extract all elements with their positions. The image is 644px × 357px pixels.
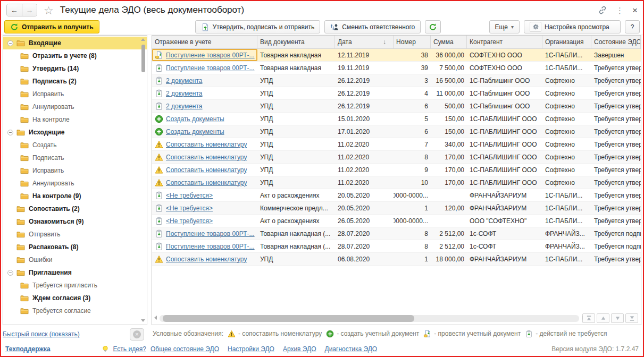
- document-link[interactable]: <Не требуется>: [166, 217, 213, 225]
- horizontal-scrollbar[interactable]: [160, 315, 579, 322]
- table-row[interactable]: Создать документыУПД15.01.20205150,001С-…: [152, 113, 641, 125]
- sidebar-item[interactable]: Ознакомиться (9): [3, 215, 147, 228]
- send-receive-button[interactable]: Отправить и получить: [4, 20, 99, 33]
- go-down-button[interactable]: [611, 313, 624, 323]
- more-menu-icon[interactable]: ⋮: [616, 6, 624, 14]
- column-header[interactable]: Сумма: [431, 36, 467, 48]
- sidebar-item[interactable]: Создать: [3, 139, 147, 151]
- quick-search-clear-button[interactable]: ×: [130, 328, 144, 341]
- footer-link[interactable]: Общее состояние ЭДО: [150, 345, 219, 353]
- sidebar-item[interactable]: Приглашения: [3, 266, 147, 279]
- column-header[interactable]: Состояние ЭДО: [591, 36, 641, 48]
- document-link[interactable]: Сопоставить номенклатуру: [166, 141, 247, 148]
- scroll-down-icon[interactable]: [141, 319, 145, 322]
- tree-scrollbar[interactable]: [141, 37, 146, 323]
- document-link[interactable]: <Не требуется>: [166, 192, 213, 199]
- document-link[interactable]: Поступление товаров 00РТ-...: [166, 243, 255, 250]
- refresh-button[interactable]: [425, 20, 441, 33]
- column-header-label: Номер: [396, 38, 416, 46]
- sidebar-item-label: Требуется пригласить: [32, 282, 97, 289]
- sidebar-item[interactable]: Сопоставить (2): [3, 202, 147, 215]
- table-row[interactable]: 2 документаУПД26.12.2019316 500,001С-Паб…: [152, 74, 641, 87]
- sidebar-item[interactable]: Требуется согласие: [3, 304, 147, 317]
- sidebar-item[interactable]: Ждем согласия (3): [3, 292, 147, 304]
- sidebar-item[interactable]: Исходящие: [3, 126, 147, 139]
- horizontal-scrollbar-thumb[interactable]: [163, 315, 414, 322]
- sidebar-item[interactable]: Отразить в учете (8): [3, 49, 147, 62]
- table-row[interactable]: <Не требуется>Коммерческое предл...20.05…: [152, 202, 641, 215]
- sidebar-item[interactable]: Входящие: [3, 37, 147, 49]
- document-link[interactable]: Поступление товаров 00РТ-...: [166, 52, 255, 59]
- column-header[interactable]: Контрагент: [467, 36, 542, 48]
- table-row[interactable]: Сопоставить номенклатуруУПД11.02.2020101…: [152, 176, 641, 189]
- more-button[interactable]: Еще ▾: [489, 20, 520, 33]
- tree-scrollbar-thumb[interactable]: [141, 45, 145, 72]
- document-link[interactable]: <Не требуется>: [166, 205, 213, 212]
- sidebar-item[interactable]: Подписать: [3, 151, 147, 164]
- document-link[interactable]: Создать документы: [166, 115, 224, 123]
- sidebar-item[interactable]: Утвердить (14): [3, 62, 147, 75]
- table-row[interactable]: 2 документаУПД26.12.20196500,001С-Паблиш…: [152, 100, 641, 113]
- table-row[interactable]: <Не требуется>Акт о расхождениях26.05.20…: [152, 215, 641, 227]
- document-link[interactable]: 2 документа: [166, 90, 203, 97]
- copy-link-icon[interactable]: [598, 5, 607, 15]
- document-link[interactable]: 2 документа: [166, 77, 203, 84]
- table-row[interactable]: Сопоставить номенклатуруУПД11.02.2020917…: [152, 164, 641, 176]
- sidebar-item[interactable]: Аннулировать: [3, 100, 147, 113]
- table-row[interactable]: Сопоставить номенклатуруУПД06.08.2020118…: [152, 253, 641, 266]
- document-link[interactable]: 2 документа: [166, 103, 203, 110]
- table-row[interactable]: 2 документаУПД26.12.2019411 000,001С-Паб…: [152, 87, 641, 100]
- table-row[interactable]: Создать документыУПД17.01.20206150,001С-…: [152, 125, 641, 138]
- sidebar-item[interactable]: На контроле (9): [3, 190, 147, 202]
- sidebar-item[interactable]: Подписать (2): [3, 75, 147, 88]
- table-row[interactable]: <Не требуется>Акт о расхождениях20.05.20…: [152, 189, 641, 202]
- table-row[interactable]: Сопоставить номенклатуруУПД11.02.2020817…: [152, 151, 641, 164]
- sidebar-item[interactable]: Аннулировать: [3, 177, 147, 190]
- document-link[interactable]: Создать документы: [166, 128, 224, 135]
- column-header[interactable]: Отражение в учете: [152, 36, 257, 48]
- column-header[interactable]: Организация: [542, 36, 591, 48]
- footer-link[interactable]: Архив ЭДО: [283, 345, 316, 353]
- folder-icon: [16, 129, 25, 136]
- document-link[interactable]: Поступление товаров 00РТ-...: [166, 64, 255, 72]
- document-link[interactable]: Сопоставить номенклатуру: [166, 166, 247, 174]
- tech-support-link[interactable]: Техподдержка: [5, 345, 51, 353]
- column-header[interactable]: Номер: [394, 36, 431, 48]
- table-row[interactable]: Поступление товаров 00РТ-...Товарная нак…: [152, 49, 641, 62]
- table-row[interactable]: Поступление товаров 00РТ-...Товарная нак…: [152, 240, 641, 253]
- document-link[interactable]: Поступление товаров 00РТ-...: [166, 230, 255, 237]
- approve-sign-send-button[interactable]: Утвердить, подписать и отправить: [195, 20, 321, 33]
- quick-search-link[interactable]: Быстрый поиск (показать): [3, 330, 80, 338]
- sidebar-item[interactable]: Исправить: [3, 164, 147, 177]
- change-responsible-button[interactable]: Сменить ответственного: [324, 20, 421, 33]
- footer-link[interactable]: Диагностика ЭДО: [325, 345, 378, 353]
- go-first-button[interactable]: [582, 313, 595, 323]
- go-last-button[interactable]: [625, 313, 638, 323]
- back-button[interactable]: ←: [7, 4, 22, 16]
- table-row[interactable]: Поступление товаров 00РТ-...Товарная нак…: [152, 62, 641, 74]
- table-row[interactable]: Поступление товаров 00РТ-...Товарная нак…: [152, 227, 641, 240]
- idea-link[interactable]: Есть идея?: [113, 345, 146, 353]
- scroll-up-icon[interactable]: [141, 38, 145, 41]
- sidebar-item[interactable]: На контроле: [3, 113, 147, 126]
- sidebar-item[interactable]: Ошибки: [3, 253, 147, 266]
- forward-button[interactable]: →: [22, 4, 37, 16]
- document-link[interactable]: Сопоставить номенклатуру: [166, 179, 247, 186]
- document-link[interactable]: Сопоставить номенклатуру: [166, 154, 247, 161]
- view-settings-button[interactable]: Настройка просмотра: [524, 20, 621, 33]
- sidebar-item[interactable]: Исправить: [3, 88, 147, 100]
- close-icon[interactable]: ×: [632, 6, 638, 15]
- document-link[interactable]: Сопоставить номенклатуру: [166, 256, 247, 263]
- column-header[interactable]: Дата↓: [335, 36, 394, 48]
- table-row[interactable]: Сопоставить номенклатуруУПД11.02.2020734…: [152, 138, 641, 151]
- footer-link[interactable]: Настройки ЭДО: [228, 345, 274, 353]
- sidebar-item[interactable]: Распаковать (8): [3, 241, 147, 253]
- sidebar-item[interactable]: Отправить: [3, 228, 147, 241]
- help-button[interactable]: ?: [625, 20, 640, 33]
- sidebar-item[interactable]: Требуется пригласить: [3, 279, 147, 292]
- scroll-left-icon[interactable]: [154, 316, 157, 320]
- footer: Техподдержка Есть идея? Общее состояние …: [1, 342, 643, 356]
- go-up-button[interactable]: [597, 313, 609, 323]
- column-header[interactable]: Вид документа: [257, 36, 335, 48]
- favorite-star-icon[interactable]: ☆: [44, 5, 54, 16]
